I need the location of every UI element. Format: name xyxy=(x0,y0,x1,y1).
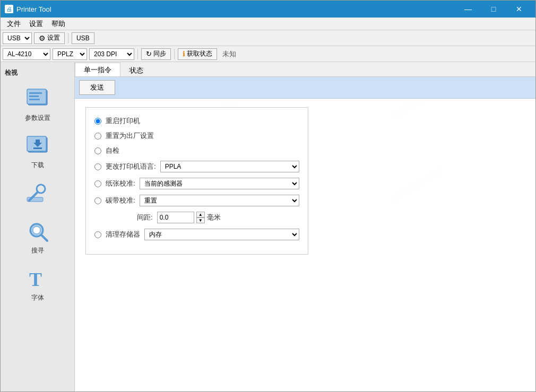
change-lang-label[interactable]: 更改打印机语言: xyxy=(106,162,156,171)
sidebar-item-font-label: 字体 xyxy=(31,293,44,302)
paper-calib-radio[interactable] xyxy=(94,180,101,187)
connection-select[interactable]: USB xyxy=(3,32,32,44)
content-area: SBARCODE.COM SBARCODE.COM SBARCODE.COM S… xyxy=(75,62,535,391)
interval-unit: 毫米 xyxy=(207,213,221,222)
option-selfcheck: 自检 xyxy=(94,146,299,155)
paper-calib-select[interactable]: 当前的感测器 间隙感测器 黑标感测器 xyxy=(140,178,299,189)
spinner-buttons: ▲ ▼ xyxy=(196,212,205,223)
info-icon: ℹ xyxy=(183,50,185,58)
sidebar-item-params[interactable]: 参数设置 xyxy=(1,82,74,127)
svg-line-13 xyxy=(41,235,47,241)
menu-settings[interactable]: 设置 xyxy=(25,18,47,30)
app-icon: 🖨 xyxy=(5,5,13,13)
search-icon xyxy=(25,219,50,244)
gear-icon: ⚙ xyxy=(39,34,46,42)
sidebar-item-search[interactable]: 搜寻 xyxy=(1,214,74,259)
interval-label: 间距: xyxy=(137,213,153,222)
close-button[interactable]: ✕ xyxy=(507,1,531,18)
option-clear-mem: 清理存储器 内存 字体 图像 xyxy=(94,229,299,240)
svg-rect-3 xyxy=(29,95,39,97)
ribbon-calib-radio[interactable] xyxy=(94,197,101,204)
font-icon: T xyxy=(25,266,50,291)
option-restart: 重启打印机 xyxy=(94,116,299,126)
options-panel: 重启打印机 重置为出厂设置 自检 更改打印机语 xyxy=(75,99,535,263)
svg-text:T: T xyxy=(29,269,42,290)
restart-label[interactable]: 重启打印机 xyxy=(106,116,140,126)
window-title: Printer Tool xyxy=(16,5,456,13)
toolbar-printer: AL-4210 PPLZ PPLA PPLB 203 DPI 300 DPI ↻… xyxy=(1,46,535,62)
clear-mem-radio[interactable] xyxy=(94,231,101,238)
tab-single-command[interactable]: 单一指令 xyxy=(75,63,120,76)
get-status-button[interactable]: ℹ 获取状态 xyxy=(178,48,217,60)
svg-rect-8 xyxy=(33,147,42,149)
maximize-button[interactable]: □ xyxy=(481,1,506,18)
usb-button[interactable]: USB xyxy=(72,32,94,44)
factory-radio[interactable] xyxy=(94,133,101,140)
printer-select[interactable]: AL-4210 xyxy=(3,48,50,60)
sidebar: 检视 参数设置 xyxy=(1,62,75,391)
menu-file[interactable]: 文件 xyxy=(3,18,25,30)
clear-mem-select[interactable]: 内存 字体 图像 xyxy=(144,229,299,240)
menu-help[interactable]: 帮助 xyxy=(47,18,70,30)
sync-icon: ↻ xyxy=(146,50,152,58)
sidebar-item-tools[interactable] xyxy=(1,176,74,212)
params-icon xyxy=(25,86,50,111)
svg-point-14 xyxy=(33,227,40,234)
toolbar-separator xyxy=(68,33,68,43)
interval-input[interactable] xyxy=(157,212,194,223)
clear-mem-label[interactable]: 清理存储器 xyxy=(106,230,140,239)
sidebar-section-label: 检视 xyxy=(1,66,22,80)
sidebar-item-download[interactable]: 下载 xyxy=(1,129,74,174)
sidebar-item-download-label: 下载 xyxy=(31,161,44,170)
spinner-up-button[interactable]: ▲ xyxy=(196,212,205,217)
svg-rect-4 xyxy=(29,99,40,100)
send-button[interactable]: 发送 xyxy=(79,80,115,95)
selfcheck-label[interactable]: 自检 xyxy=(106,146,119,155)
ribbon-calib-select[interactable]: 重置 校准 xyxy=(140,195,299,206)
interval-spinner: ▲ ▼ 毫米 xyxy=(157,212,221,223)
options-box: 重启打印机 重置为出厂设置 自检 更改打印机语 xyxy=(85,107,308,255)
title-bar: 🖨 Printer Tool — □ ✕ xyxy=(1,1,535,18)
sidebar-item-params-label: 参数设置 xyxy=(25,114,50,123)
main-window: 🖨 Printer Tool — □ ✕ 文件 设置 帮助 USB ⚙ ⚙ 设置… xyxy=(0,0,536,392)
send-bar: 发送 xyxy=(75,77,535,99)
selfcheck-radio[interactable] xyxy=(94,147,101,154)
settings-button[interactable]: ⚙ ⚙ 设置 设置 xyxy=(34,32,65,44)
sync-button[interactable]: ↻ 同步 xyxy=(141,48,171,60)
window-controls: — □ ✕ xyxy=(456,1,531,18)
download-icon xyxy=(25,133,50,159)
change-lang-radio[interactable] xyxy=(94,163,101,170)
sidebar-item-search-label: 搜寻 xyxy=(31,246,44,255)
option-interval: 间距: ▲ ▼ 毫米 xyxy=(94,212,299,223)
paper-calib-label[interactable]: 纸张校准: xyxy=(106,179,135,188)
tools-icon xyxy=(25,180,50,206)
dpi-select[interactable]: 203 DPI 300 DPI xyxy=(89,48,134,60)
ribbon-calib-label[interactable]: 碳带校准: xyxy=(106,196,135,205)
option-change-lang: 更改打印机语言: PPLA PPLB PPLZ xyxy=(94,161,299,172)
spinner-down-button[interactable]: ▼ xyxy=(196,217,205,223)
toolbar-separator2 xyxy=(137,49,138,59)
main-layout: 检视 参数设置 xyxy=(1,62,535,391)
tab-bar: 单一指令 状态 xyxy=(75,62,535,77)
tab-status[interactable]: 状态 xyxy=(120,63,152,76)
sidebar-item-font[interactable]: T 字体 xyxy=(1,262,74,307)
minimize-button[interactable]: — xyxy=(456,1,480,18)
language-option-select[interactable]: PPLA PPLB PPLZ xyxy=(160,161,299,172)
toolbar-separator3 xyxy=(174,49,175,59)
factory-label[interactable]: 重置为出厂设置 xyxy=(106,131,154,141)
option-ribbon-calib: 碳带校准: 重置 校准 xyxy=(94,195,299,206)
restart-radio[interactable] xyxy=(94,118,101,125)
option-factory: 重置为出厂设置 xyxy=(94,131,299,141)
toolbar-connection: USB ⚙ ⚙ 设置 设置 USB xyxy=(1,30,535,46)
menu-bar: 文件 设置 帮助 xyxy=(1,18,535,30)
svg-rect-2 xyxy=(29,92,42,94)
option-paper-calib: 纸张校准: 当前的感测器 间隙感测器 黑标感测器 xyxy=(94,178,299,189)
language-select[interactable]: PPLZ PPLA PPLB xyxy=(53,48,87,60)
status-value: 未知 xyxy=(219,49,239,59)
